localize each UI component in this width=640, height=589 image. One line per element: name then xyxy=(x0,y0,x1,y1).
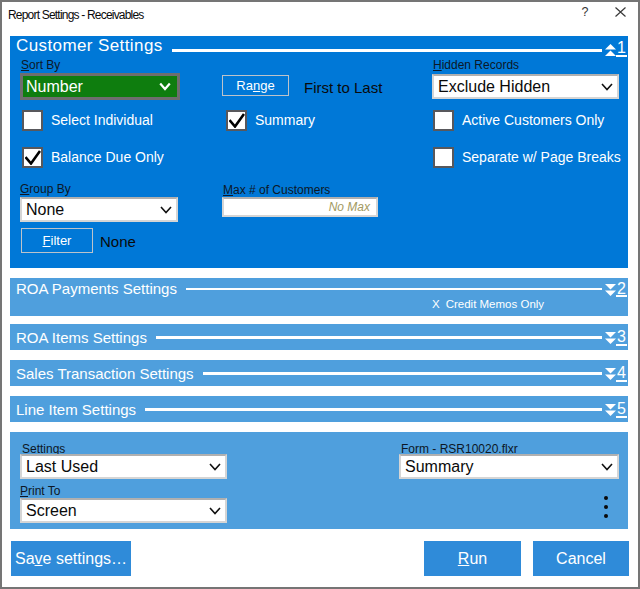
select-value: Number xyxy=(23,78,159,96)
section-number: 5 xyxy=(616,402,627,418)
checkmark-icon xyxy=(25,150,41,165)
range-value: First to Last xyxy=(304,79,382,96)
select-value: Screen xyxy=(22,502,209,520)
group-by-label: Group By xyxy=(20,182,71,196)
dot xyxy=(604,514,608,518)
header-rule xyxy=(203,372,602,375)
select-value: Summary xyxy=(401,458,601,476)
select-value: None xyxy=(22,201,160,219)
chevron-down-icon xyxy=(209,507,221,515)
checkbox-box xyxy=(22,147,43,168)
chevron-down-icon xyxy=(209,463,221,471)
customer-settings-panel: Customer Settings 1 Sort By Number Range… xyxy=(10,36,628,268)
roa-items-header[interactable]: ROA Items Settings 3 xyxy=(10,324,628,350)
header-rule xyxy=(145,408,602,411)
line-item-panel: Line Item Settings 5 xyxy=(10,396,628,422)
max-customers-placeholder: No Max xyxy=(329,200,376,214)
dot xyxy=(604,496,608,500)
expand-down-icon xyxy=(605,404,616,416)
roa-payments-panel: ROA Payments Settings 2 XCredit Memos On… xyxy=(10,278,628,316)
print-to-label: Print To xyxy=(20,484,60,498)
save-settings-button[interactable]: Save settings… xyxy=(11,541,131,576)
roa-payments-header[interactable]: ROA Payments Settings 2 xyxy=(10,278,628,299)
line-item-header[interactable]: Line Item Settings 5 xyxy=(10,396,628,422)
cancel-button[interactable]: Cancel xyxy=(533,541,629,576)
expand-down-icon xyxy=(605,284,616,296)
header-rule xyxy=(186,288,602,291)
max-customers-input[interactable]: No Max xyxy=(222,197,378,217)
chevron-down-icon xyxy=(601,463,613,471)
chevron-down-icon xyxy=(601,83,613,91)
chevron-down-icon xyxy=(159,82,171,91)
expand-down-icon xyxy=(605,368,616,380)
sales-transaction-header[interactable]: Sales Transaction Settings 4 xyxy=(10,360,628,386)
section-number: 2 xyxy=(616,282,627,298)
checkbox-select-individual[interactable]: Select Individual xyxy=(22,110,153,131)
checkbox-active-customers[interactable]: Active Customers Only xyxy=(433,110,604,131)
window-title: Report Settings - Receivables xyxy=(8,8,144,22)
select-value: Last Used xyxy=(22,458,209,476)
output-settings-panel: Settings Last Used Form - RSR10020.flxr … xyxy=(10,432,628,529)
roa-payments-summary: XCredit Memos Only xyxy=(432,298,544,310)
group-by-select[interactable]: None xyxy=(20,197,178,222)
range-button[interactable]: Range xyxy=(222,75,289,96)
section-title: ROA Items Settings xyxy=(16,329,147,346)
checkbox-summary[interactable]: Summary xyxy=(226,110,315,131)
customer-settings-header[interactable]: Customer Settings 1 xyxy=(10,36,628,60)
section-number: 1 xyxy=(616,41,627,57)
header-rule xyxy=(172,49,602,52)
report-settings-dialog: Report Settings - Receivables ? Customer… xyxy=(0,0,640,589)
section-title: Customer Settings xyxy=(16,36,163,56)
dot xyxy=(604,505,608,509)
expand-down-icon xyxy=(605,332,616,344)
form-select[interactable]: Summary xyxy=(399,454,619,479)
sort-by-label: Sort By xyxy=(21,58,60,72)
checkbox-box xyxy=(226,110,247,131)
max-customers-label: Max # of Customers xyxy=(223,183,330,197)
section-number: 3 xyxy=(616,330,627,346)
indicator-label: Credit Memos Only xyxy=(446,298,544,310)
filter-button[interactable]: Filter xyxy=(21,228,93,253)
filter-value: None xyxy=(100,233,136,250)
close-button[interactable] xyxy=(615,7,626,17)
help-button[interactable]: ? xyxy=(577,4,593,20)
indicator-x: X xyxy=(432,298,440,310)
checkbox-box xyxy=(22,110,43,131)
checkbox-separate-page-breaks[interactable]: Separate w/ Page Breaks xyxy=(433,147,621,168)
run-button[interactable]: Run xyxy=(424,541,521,576)
select-value: Exclude Hidden xyxy=(434,78,601,96)
close-icon xyxy=(615,7,626,17)
section-title: ROA Payments Settings xyxy=(16,280,177,297)
settings-select[interactable]: Last Used xyxy=(20,454,227,479)
section-title: Line Item Settings xyxy=(16,401,136,418)
sort-by-select[interactable]: Number xyxy=(20,73,180,100)
more-options-button[interactable] xyxy=(604,496,608,523)
hidden-records-label: Hidden Records xyxy=(433,58,519,72)
checkmark-icon xyxy=(229,113,245,128)
sales-transaction-panel: Sales Transaction Settings 4 xyxy=(10,360,628,386)
section-number: 4 xyxy=(616,366,627,382)
chevron-down-icon xyxy=(160,206,172,214)
print-to-select[interactable]: Screen xyxy=(20,498,227,523)
collapse-up-icon xyxy=(605,44,616,56)
hidden-records-select[interactable]: Exclude Hidden xyxy=(432,74,619,99)
checkbox-balance-due[interactable]: Balance Due Only xyxy=(22,147,164,168)
section-title: Sales Transaction Settings xyxy=(16,365,194,382)
checkbox-box xyxy=(433,147,454,168)
roa-items-panel: ROA Items Settings 3 xyxy=(10,324,628,350)
header-rule xyxy=(156,336,602,339)
checkbox-box xyxy=(433,110,454,131)
